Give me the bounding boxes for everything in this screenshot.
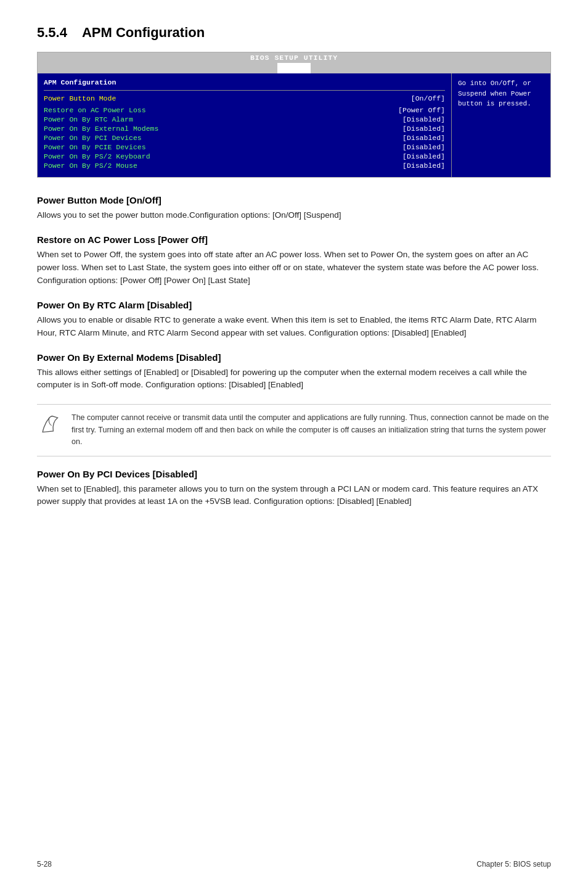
bios-row-value: [Disabled] <box>402 152 445 160</box>
bios-row-value: [Disabled] <box>402 162 445 170</box>
content-section-power-on-modems: Power On By External Modems [Disabled]Th… <box>37 352 551 392</box>
section-text-restore-ac-power: When set to Power Off, the system goes i… <box>37 249 551 287</box>
bios-row-value: [Disabled] <box>402 125 445 133</box>
bios-active-tab: Power <box>277 63 311 73</box>
section-title: APM Configuration <box>82 25 205 41</box>
bios-left-panel: APM Configuration Power Button Mode[On/O… <box>38 73 452 177</box>
bios-row-label: Power On By PCIE Devices <box>44 143 146 151</box>
bios-row-label: Power On By External Modems <box>44 125 158 133</box>
bios-row-label: Power On By PCI Devices <box>44 134 142 142</box>
bios-rows-container: Power Button Mode[On/Off]Restore on AC P… <box>44 94 445 170</box>
content-sections: Power Button Mode [On/Off]Allows you to … <box>37 195 551 508</box>
bios-content-area: APM Configuration Power Button Mode[On/O… <box>38 73 550 177</box>
content-section-power-on-rtc: Power On By RTC Alarm [Disabled]Allows y… <box>37 300 551 340</box>
section-text-power-on-modems: This allows either settings of [Enabled]… <box>37 366 551 392</box>
footer-left: 5-28 <box>37 860 52 868</box>
section-text-power-on-rtc: Allows you to enable or disable RTC to g… <box>37 314 551 340</box>
bios-row-value: [Disabled] <box>402 134 445 142</box>
bios-row-label: Power On By RTC Alarm <box>44 115 133 123</box>
bios-row-value: [Disabled] <box>402 143 445 151</box>
bios-tab-bar: Power <box>38 63 550 73</box>
note-box: The computer cannot receive or transmit … <box>37 404 551 456</box>
bios-row-value: [On/Off] <box>411 94 445 102</box>
bios-title: BIOS SETUP UTILITY <box>250 54 338 62</box>
bios-row-label: Power On By PS/2 Mouse <box>44 162 137 170</box>
bios-row: Power On By PS/2 Keyboard[Disabled] <box>44 152 445 160</box>
bios-help-text: Go into On/Off, or Suspend when Power bu… <box>458 80 531 107</box>
bios-row-value: [Disabled] <box>402 115 445 123</box>
bios-row: Restore on AC Power Loss[Power Off] <box>44 106 445 114</box>
section-text-power-button-mode: Allows you to set the power button mode.… <box>37 209 551 222</box>
section-heading-restore-ac-power: Restore on AC Power Loss [Power Off] <box>37 234 551 245</box>
bios-row: Power Button Mode[On/Off] <box>44 94 445 102</box>
section-heading-power-on-pci: Power On By PCI Devices [Disabled] <box>37 469 551 479</box>
bios-right-panel: Go into On/Off, or Suspend when Power bu… <box>452 73 550 177</box>
footer-right: Chapter 5: BIOS setup <box>476 860 551 868</box>
bios-row: Power On By RTC Alarm[Disabled] <box>44 115 445 123</box>
content-section-restore-ac-power: Restore on AC Power Loss [Power Off]When… <box>37 234 551 287</box>
section-heading-power-on-modems: Power On By External Modems [Disabled] <box>37 352 551 363</box>
section-heading-power-on-rtc: Power On By RTC Alarm [Disabled] <box>37 300 551 310</box>
page-footer: 5-28 Chapter 5: BIOS setup <box>37 860 551 868</box>
bios-header-bar: BIOS SETUP UTILITY <box>38 52 550 63</box>
section-heading: 5.5.4 APM Configuration <box>37 25 551 41</box>
bios-row-label: Power Button Mode <box>44 94 116 102</box>
bios-row-label: Power On By PS/2 Keyboard <box>44 152 150 160</box>
content-section-power-button-mode: Power Button Mode [On/Off]Allows you to … <box>37 195 551 222</box>
bios-row: Power On By PCIE Devices[Disabled] <box>44 143 445 151</box>
section-text-power-on-pci: When set to [Enabled], this parameter al… <box>37 483 551 509</box>
bios-screenshot: BIOS SETUP UTILITY Power APM Configurati… <box>37 52 551 178</box>
bios-row-label: Restore on AC Power Loss <box>44 106 146 114</box>
bios-row-value: [Power Off] <box>398 106 445 114</box>
bios-row: Power On By External Modems[Disabled] <box>44 125 445 133</box>
note-text: The computer cannot receive or transmit … <box>71 412 551 448</box>
bios-section-label: APM Configuration <box>44 78 445 86</box>
content-section-power-on-pci: Power On By PCI Devices [Disabled]When s… <box>37 469 551 509</box>
section-number: 5.5.4 <box>37 25 67 41</box>
bios-row: Power On By PCI Devices[Disabled] <box>44 134 445 142</box>
section-heading-power-button-mode: Power Button Mode [On/Off] <box>37 195 551 205</box>
bios-row: Power On By PS/2 Mouse[Disabled] <box>44 162 445 170</box>
note-icon <box>37 412 62 437</box>
